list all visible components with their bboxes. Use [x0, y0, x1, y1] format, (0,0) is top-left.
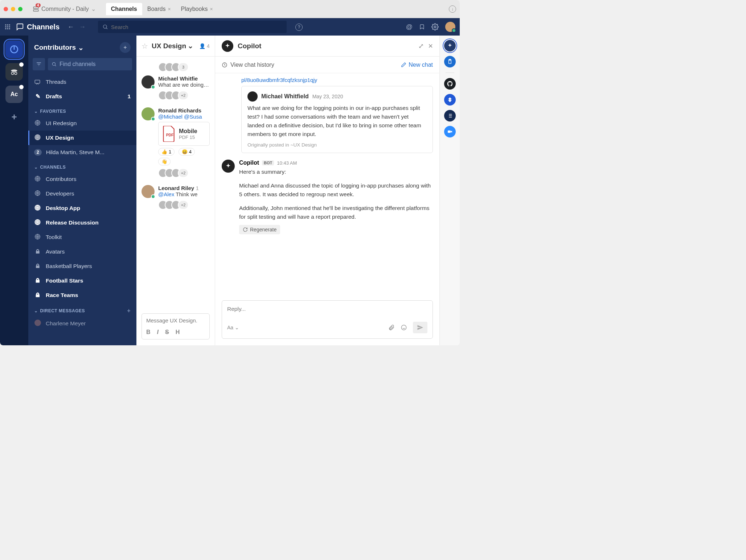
- strike-button[interactable]: S: [165, 329, 169, 335]
- back-button[interactable]: ←: [67, 23, 74, 31]
- settings-icon[interactable]: [431, 23, 439, 30]
- mention[interactable]: @Alex: [158, 191, 174, 197]
- reaction[interactable]: 👍1: [158, 148, 175, 156]
- forward-button[interactable]: →: [79, 23, 86, 31]
- minimize-window-button[interactable]: [11, 7, 15, 11]
- drafts-icon: ✎: [34, 93, 41, 100]
- expand-icon[interactable]: ⤢: [418, 42, 424, 50]
- rail-github-icon[interactable]: [444, 78, 456, 90]
- close-icon[interactable]: ×: [428, 41, 433, 51]
- thread-participants[interactable]: +2: [158, 200, 210, 210]
- post[interactable]: Michael Whitfie What are we doing conver…: [136, 72, 215, 104]
- tab-playbooks[interactable]: Playbooks×: [176, 3, 218, 15]
- rail-copilot-icon[interactable]: [444, 40, 456, 52]
- sidebar-item-contributors[interactable]: 🌐︎Contributors: [28, 172, 136, 186]
- emoji-icon[interactable]: [401, 324, 407, 331]
- post-author: Michael Whitfie: [158, 75, 210, 82]
- maximize-window-button[interactable]: [18, 7, 22, 11]
- rail-zoom-icon[interactable]: [444, 126, 456, 137]
- close-icon[interactable]: ×: [210, 6, 213, 12]
- sidebar-threads[interactable]: Threads: [28, 75, 136, 89]
- server-tile-2[interactable]: [5, 63, 23, 81]
- reply-input[interactable]: [227, 306, 427, 312]
- thread-participants[interactable]: +2: [158, 168, 210, 178]
- sidebar-item-race[interactable]: 🔒︎Race Teams: [28, 288, 136, 302]
- reaction[interactable]: 👋: [158, 158, 171, 165]
- close-window-button[interactable]: [4, 7, 8, 11]
- member-count[interactable]: 👤 4: [199, 43, 210, 49]
- section-dms[interactable]: ⌄DIRECT MESSAGES+: [28, 302, 136, 316]
- mention[interactable]: @Michael @Susa: [158, 114, 202, 120]
- svg-point-21: [401, 325, 406, 330]
- tab-boards[interactable]: Boards×: [142, 3, 176, 15]
- favorite-star-icon[interactable]: ☆: [142, 42, 148, 50]
- sidebar-item-group-dm[interactable]: 2Hilda Martin, Steve M...: [28, 145, 136, 160]
- download-icon[interactable]: ↓: [449, 5, 456, 13]
- server-tile-3[interactable]: Ac: [5, 86, 23, 103]
- globe-icon: 🌐︎: [34, 120, 41, 127]
- tab-channels[interactable]: Channels: [106, 3, 142, 15]
- filter-icon: [36, 61, 42, 67]
- permalink[interactable]: pl/8uo8uwdbmfr3fcqfzksnjp1qjy: [222, 77, 433, 83]
- section-channels[interactable]: ⌄CHANNELS: [28, 160, 136, 172]
- sidebar-item-desktop-app[interactable]: 🌐︎Desktop App: [28, 201, 136, 215]
- post[interactable]: Ronald Richards @Michael @Susa PDF Mobil…: [136, 104, 215, 181]
- bold-button[interactable]: B: [146, 329, 151, 335]
- svg-rect-23: [448, 131, 451, 133]
- svg-rect-1: [33, 9, 38, 11]
- section-favorites[interactable]: ⌄FAVORITES: [28, 104, 136, 116]
- add-dm-button[interactable]: +: [127, 308, 131, 314]
- saved-icon[interactable]: [419, 24, 425, 30]
- workspace-switcher[interactable]: 4 Community - Daily ⌄: [29, 4, 99, 14]
- regenerate-button[interactable]: Regenerate: [239, 225, 280, 234]
- rail-list-icon[interactable]: [444, 110, 456, 122]
- message-input[interactable]: [146, 317, 205, 324]
- chevron-down-icon: ⌄: [34, 165, 38, 170]
- sidebar-item-ux-design[interactable]: 🌐︎UX Design: [28, 131, 136, 145]
- rail-jira-icon[interactable]: [444, 94, 456, 106]
- close-icon[interactable]: ×: [168, 6, 171, 12]
- team-switcher[interactable]: Contributors ⌄: [34, 44, 84, 52]
- sidebar-item-basketball[interactable]: 🔒︎Basketball Players: [28, 259, 136, 273]
- globe-icon: 🌐︎: [34, 234, 41, 240]
- sidebar-item-toolkit[interactable]: 🌐︎Toolkit: [28, 230, 136, 244]
- sidebar-item-football[interactable]: 🔒︎Football Stars: [28, 273, 136, 288]
- new-chat-button[interactable]: New chat: [401, 62, 433, 68]
- search-input[interactable]: [111, 24, 282, 30]
- rail-clipboard-icon[interactable]: [444, 56, 456, 67]
- apps-grid-icon[interactable]: [4, 24, 11, 30]
- heading-button[interactable]: H: [176, 329, 180, 335]
- reply-composer[interactable]: Aa ⌄: [222, 300, 433, 339]
- attach-icon[interactable]: [388, 324, 395, 331]
- formatting-button[interactable]: Aa ⌄: [227, 325, 239, 330]
- sidebar-dm-charlene[interactable]: Charlene Meyer: [28, 316, 136, 331]
- add-channel-button[interactable]: +: [120, 42, 131, 53]
- user-avatar[interactable]: [445, 22, 455, 32]
- svg-rect-5: [5, 26, 6, 28]
- svg-rect-18: [35, 80, 40, 83]
- add-server-button[interactable]: +: [5, 108, 23, 125]
- server-tile-mattermost[interactable]: [5, 41, 23, 58]
- sidebar-item-ui-redesign[interactable]: 🌐︎UI Redesign: [28, 116, 136, 131]
- thread-participants[interactable]: +2: [158, 91, 210, 100]
- sidebar-drafts[interactable]: ✎Drafts1: [28, 89, 136, 104]
- message-composer[interactable]: B I S H: [142, 313, 210, 339]
- view-history-button[interactable]: View chat history: [222, 62, 274, 68]
- channel-title[interactable]: UX Design⌄: [152, 42, 193, 50]
- help-icon[interactable]: ?: [295, 23, 303, 31]
- reaction[interactable]: 😀4: [179, 148, 195, 156]
- sidebar-item-avatars[interactable]: 🔒︎Avatars: [28, 244, 136, 259]
- send-button[interactable]: [413, 322, 427, 333]
- file-attachment[interactable]: PDF MobilePDF 15: [158, 122, 210, 146]
- italic-button[interactable]: I: [157, 329, 159, 335]
- status-online-icon: [452, 28, 456, 33]
- find-channels-input[interactable]: Find channels: [48, 58, 132, 70]
- global-search[interactable]: [98, 21, 287, 33]
- filter-button[interactable]: [33, 58, 45, 70]
- sidebar-item-release[interactable]: 🌐︎Release Discussion: [28, 215, 136, 230]
- globe-icon: 🌐︎: [34, 176, 41, 182]
- mentions-icon[interactable]: @: [406, 23, 413, 31]
- sidebar-item-developers[interactable]: 🌐︎Developers: [28, 186, 136, 201]
- post[interactable]: Leonard Riley 1 @Alex Think we +2: [136, 181, 215, 213]
- thread-participants[interactable]: 3: [158, 62, 215, 72]
